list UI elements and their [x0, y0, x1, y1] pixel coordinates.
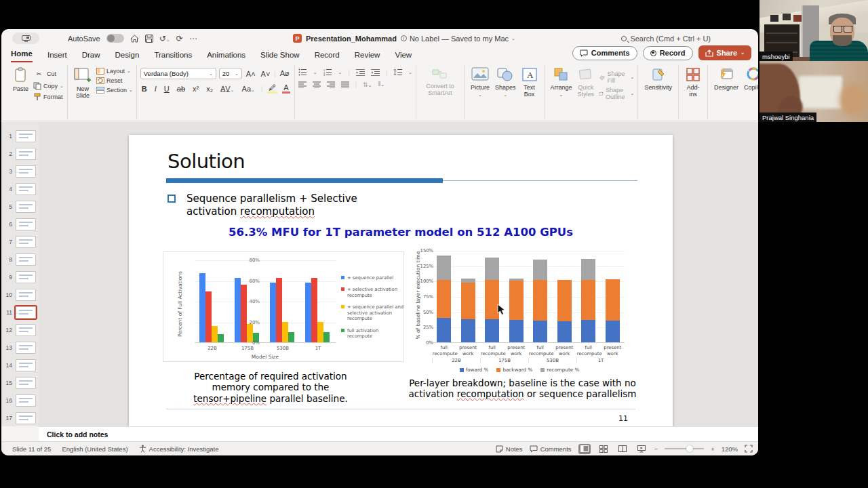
- headline-text[interactable]: 56.3% MFU for 1T parameter model on 512 …: [129, 226, 673, 239]
- justify-icon[interactable]: [341, 81, 349, 88]
- columns-icon[interactable]: ⫴⌄: [378, 81, 384, 88]
- quick-styles-button[interactable]: Quick Styles: [575, 65, 597, 100]
- slide-thumbnail-5[interactable]: 5: [1, 198, 39, 216]
- text-box-button[interactable]: A Text Box: [519, 65, 540, 100]
- thumbnail-preview[interactable]: [16, 359, 36, 371]
- designer-button[interactable]: Designer: [711, 65, 741, 93]
- thumbnail-preview[interactable]: [16, 165, 36, 178]
- shapes-button[interactable]: Shapes ⌄: [492, 65, 519, 100]
- slide-thumbnail-16[interactable]: 16: [1, 392, 39, 409]
- tab-animations[interactable]: Animations: [207, 51, 245, 62]
- slide-thumbnail-15[interactable]: 15: [1, 374, 39, 392]
- notes-pane[interactable]: Click to add notes: [39, 426, 758, 441]
- slide-thumbnail-1[interactable]: 1: [1, 127, 39, 145]
- normal-view-button[interactable]: [578, 444, 591, 454]
- slide-sorter-view-button[interactable]: [597, 444, 610, 454]
- video-tile-prajwal[interactable]: Prajwal Singhania: [760, 61, 868, 122]
- thumbnail-preview[interactable]: [16, 306, 36, 319]
- clear-formatting-icon[interactable]: A⌀: [279, 69, 291, 78]
- new-slide-button[interactable]: New Slide: [71, 65, 94, 102]
- slide-thumbnail-17[interactable]: 17: [1, 409, 39, 426]
- accessibility-status[interactable]: Accessibility: Investigate: [139, 445, 219, 453]
- strikethrough-button[interactable]: ab: [176, 85, 186, 93]
- tab-home[interactable]: Home: [11, 49, 33, 62]
- shape-outline-button[interactable]: Shape Outline⌄: [599, 87, 634, 100]
- sensitivity-label-status[interactable]: i No Label — Saved to my Mac ⌄: [401, 35, 515, 43]
- save-icon[interactable]: [145, 35, 153, 43]
- slide-thumbnail-11[interactable]: 11: [1, 304, 39, 321]
- slide-thumbnail-9[interactable]: 9: [1, 268, 39, 286]
- slide-number-status[interactable]: Slide 11 of 25: [12, 445, 51, 453]
- subscript-button[interactable]: x₂: [205, 85, 214, 93]
- reset-button[interactable]: Reset: [96, 77, 133, 84]
- sensitivity-button[interactable]: Sensitivity ⌄: [642, 65, 675, 100]
- slide-thumbnail-4[interactable]: 4: [1, 180, 39, 198]
- left-chart-caption[interactable]: Percentage of required activation memory…: [189, 371, 353, 404]
- shape-fill-button[interactable]: Shape Fill⌄: [599, 70, 634, 84]
- slide-thumbnail-8[interactable]: 8: [1, 251, 39, 268]
- cut-button[interactable]: ✂Cut: [33, 68, 64, 79]
- slide[interactable]: Solution Sequence parallelism + Selectiv…: [129, 135, 673, 441]
- notes-toggle-button[interactable]: Notes: [496, 445, 523, 453]
- home-icon[interactable]: [130, 35, 139, 43]
- align-right-icon[interactable]: [327, 81, 335, 88]
- underline-button[interactable]: U: [163, 85, 171, 93]
- thumbnail-preview[interactable]: [16, 218, 36, 230]
- share-button[interactable]: Share ⌄: [698, 45, 751, 60]
- numbering-icon[interactable]: 123: [323, 68, 332, 76]
- video-tile-mshoeybi[interactable]: mshoeybi: [760, 0, 868, 61]
- tab-view[interactable]: View: [395, 51, 412, 62]
- right-chart-caption[interactable]: Per-layer breakdown; baseline is the cas…: [406, 378, 639, 400]
- undo-icon[interactable]: ↺⌄: [159, 34, 170, 43]
- zoom-out-button[interactable]: −: [654, 445, 658, 453]
- zoom-level[interactable]: 120%: [722, 445, 738, 453]
- thumbnail-preview[interactable]: [16, 289, 36, 301]
- thumbnail-preview[interactable]: [16, 342, 36, 354]
- italic-button[interactable]: I: [153, 85, 158, 93]
- superscript-button[interactable]: x²: [191, 85, 200, 93]
- tab-design[interactable]: Design: [115, 51, 140, 62]
- thumbnail-preview[interactable]: [16, 271, 36, 283]
- thumbnail-preview[interactable]: [16, 130, 36, 142]
- more-icon[interactable]: ⋯: [189, 34, 197, 43]
- font-name-select[interactable]: Verdana (Body)⌄: [140, 68, 216, 79]
- slide-thumbnail-3[interactable]: 3: [1, 163, 39, 180]
- change-case-button[interactable]: Aa⌄: [241, 85, 256, 93]
- section-button[interactable]: Section⌄: [96, 87, 133, 94]
- thumbnail-preview[interactable]: [16, 324, 36, 336]
- slide-thumbnail-10[interactable]: 10: [1, 286, 39, 304]
- layer-execution-chart[interactable]: % of baseline layer execution time fowar…: [410, 246, 629, 375]
- bullet-text[interactable]: Sequence parallelism + Selective activat…: [186, 192, 357, 218]
- convert-smartart-button[interactable]: Convert to SmartArt: [420, 65, 460, 99]
- record-button[interactable]: Record: [643, 46, 693, 60]
- decrease-font-icon[interactable]: A˅: [260, 70, 272, 78]
- paste-button[interactable]: Paste: [10, 65, 31, 94]
- activation-memory-chart[interactable]: Percent of Full Activations Model Size +…: [163, 251, 404, 362]
- slide-thumbnail-6[interactable]: 6: [1, 216, 39, 233]
- comments-toggle-button[interactable]: Comments: [530, 445, 572, 453]
- redo-icon[interactable]: ⟳: [176, 34, 183, 43]
- autosave-toggle[interactable]: [106, 34, 124, 43]
- tab-insert[interactable]: Insert: [47, 51, 67, 62]
- fullscreen-icon[interactable]: [745, 445, 753, 453]
- reading-view-button[interactable]: [616, 444, 629, 454]
- increase-indent-icon[interactable]: [371, 68, 380, 76]
- tab-slide-show[interactable]: Slide Show: [260, 51, 300, 62]
- tab-transitions[interactable]: Transitions: [154, 51, 192, 62]
- layout-button[interactable]: Layout⌄: [96, 68, 133, 75]
- search-box[interactable]: Search (Cmd + Ctrl + U): [621, 35, 711, 43]
- thumbnail-preview[interactable]: [16, 394, 36, 407]
- character-spacing-button[interactable]: A̲V̲⌄: [219, 85, 236, 93]
- align-center-icon[interactable]: [313, 81, 321, 88]
- align-left-icon[interactable]: [298, 81, 307, 88]
- bold-button[interactable]: B: [140, 85, 149, 93]
- add-ins-button[interactable]: Add-ins: [682, 65, 704, 100]
- slide-thumbnail-13[interactable]: 13: [1, 339, 39, 357]
- text-direction-icon[interactable]: ⇅⌄: [363, 81, 372, 88]
- thumbnail-preview[interactable]: [16, 236, 36, 248]
- arrange-button[interactable]: Arrange ⌄: [548, 65, 575, 100]
- thumbnail-preview[interactable]: [16, 183, 36, 195]
- slide-thumbnail-14[interactable]: 14: [1, 357, 39, 374]
- thumbnail-preview[interactable]: [16, 201, 36, 213]
- font-color-button[interactable]: A: [282, 83, 290, 94]
